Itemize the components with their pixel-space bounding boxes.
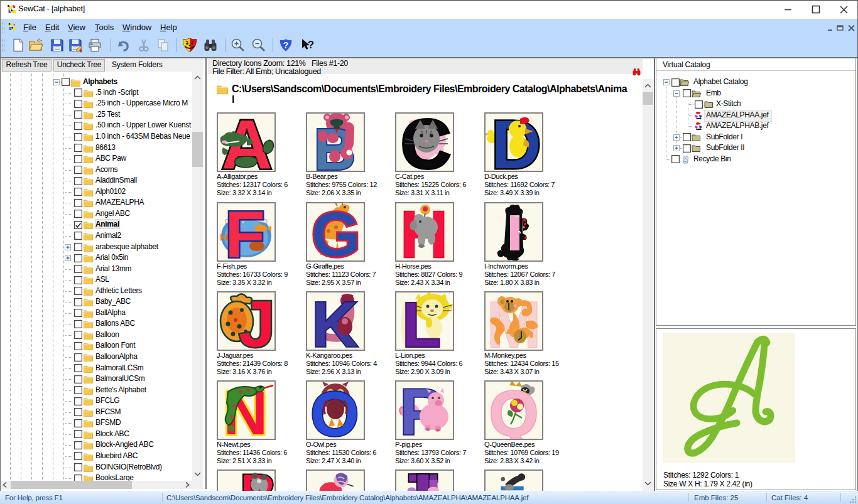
svg-text:J: J <box>239 292 274 350</box>
svg-text:F: F <box>225 203 265 260</box>
svg-text:?: ? <box>308 39 314 51</box>
svg-text:L: L <box>402 292 440 350</box>
svg-text:?: ? <box>283 40 289 50</box>
svg-text:G: G <box>312 203 361 260</box>
